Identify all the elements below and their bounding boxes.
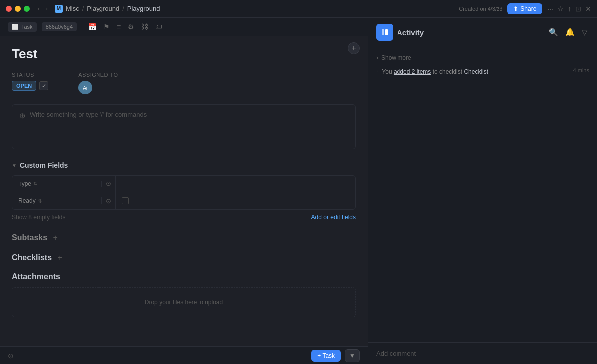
- traffic-lights: [6, 6, 30, 12]
- task-title[interactable]: Test: [12, 46, 356, 62]
- activity-header: Activity 🔍 🔔 ▽: [368, 18, 597, 47]
- breadcrumb-playground-1[interactable]: Playground: [87, 5, 119, 12]
- activity-title: Activity: [397, 28, 543, 37]
- custom-fields-toggle[interactable]: ▼: [12, 163, 17, 168]
- task-type-chevron: ▼: [349, 352, 355, 359]
- show-more-button[interactable]: › Show more: [376, 51, 589, 64]
- task-type-label: ⬜ Task: [8, 22, 37, 32]
- add-task-label: + Task: [317, 352, 335, 359]
- checklists-header: Checklists +: [12, 253, 356, 263]
- subtasks-title: Subtasks: [12, 233, 47, 242]
- upload-icon[interactable]: ↑: [568, 5, 571, 13]
- activity-link[interactable]: added 2 items: [394, 68, 431, 75]
- breadcrumb-playground-2[interactable]: Playground: [127, 5, 160, 12]
- cf-ready-icon-btn[interactable]: ⊙: [102, 192, 116, 209]
- comment-input[interactable]: Add comment: [376, 348, 589, 359]
- activity-filter-icon[interactable]: ▽: [580, 26, 589, 38]
- more-options-icon[interactable]: ···: [547, 5, 553, 13]
- status-open-button[interactable]: OPEN: [12, 81, 36, 91]
- cf-type-icon-btn[interactable]: ⊙: [102, 176, 116, 192]
- layout-icon[interactable]: ⊡: [575, 5, 581, 13]
- assigned-label: Assigned to: [78, 72, 118, 78]
- cf-ready-settings-icon: ⊙: [106, 197, 111, 205]
- bottom-right: + Task ▼: [311, 349, 360, 362]
- calendar-icon[interactable]: 📅: [87, 22, 98, 32]
- nav-arrows: ‹ ›: [36, 4, 50, 13]
- cf-ready-checkbox[interactable]: [122, 197, 129, 204]
- editor-placeholder: Write something or type '/' for commands: [30, 111, 147, 118]
- custom-fields-table: Type ⇅ ⊙ – Ready ⇅: [12, 175, 356, 210]
- subtasks-header: Subtasks +: [12, 233, 356, 243]
- tag-icon[interactable]: 🏷: [154, 22, 163, 32]
- svg-rect-0: [382, 29, 384, 35]
- main-layout: ⬜ Task 866a0v6g4 📅 ⚑ ≡ ⚙ ⛓ 🏷 + Test Stat…: [0, 18, 597, 364]
- add-edit-fields-button[interactable]: + Add or edit fields: [306, 214, 356, 221]
- activity-search-icon[interactable]: 🔍: [547, 26, 560, 38]
- titlebar-right: Created on 4/3/23 ⬆ Share ··· ☆ ↑ ⊡ ✕: [459, 3, 591, 14]
- cf-ready-sort-icon[interactable]: ⇅: [38, 198, 42, 204]
- status-check-button[interactable]: ✓: [39, 81, 48, 90]
- show-empty-fields[interactable]: Show 8 empty fields: [12, 214, 65, 221]
- nav-back-button[interactable]: ‹: [36, 4, 42, 13]
- share-button[interactable]: ⬆ Share: [507, 3, 542, 14]
- cf-type-label: Type: [18, 181, 31, 187]
- created-date: Created on 4/3/23: [459, 6, 502, 12]
- custom-field-row-ready: Ready ⇅ ⊙: [12, 192, 355, 209]
- titlebar-icons: ··· ☆ ↑ ⊡ ✕: [547, 5, 591, 13]
- minimize-window-button[interactable]: [15, 6, 21, 12]
- activity-bell-icon[interactable]: 🔔: [564, 26, 576, 38]
- left-panel: ⬜ Task 866a0v6g4 📅 ⚑ ≡ ⚙ ⛓ 🏷 + Test Stat…: [0, 18, 368, 364]
- maximize-window-button[interactable]: [24, 6, 30, 12]
- task-label-text: Task: [21, 24, 33, 30]
- editor-plus-icon: ⊕: [19, 111, 26, 120]
- checklists-title: Checklists: [12, 253, 52, 262]
- breadcrumb-sep-1: /: [82, 5, 84, 12]
- bottom-settings-icon[interactable]: ⊙: [8, 352, 14, 360]
- activity-content: › Show more · You added 2 items to check…: [368, 47, 597, 342]
- activity-item: · You added 2 items to checklist Checkli…: [376, 64, 589, 79]
- right-panel: Activity 🔍 🔔 ▽ › Show more · You added 2…: [368, 18, 597, 364]
- star-icon[interactable]: ☆: [557, 5, 564, 13]
- cf-sort-icon[interactable]: ⇅: [33, 181, 37, 186]
- cf-type-settings-icon: ⊙: [106, 180, 111, 187]
- close-icon[interactable]: ✕: [585, 5, 591, 13]
- titlebar: ‹ › M Misc / Playground / Playground Cre…: [0, 0, 597, 18]
- task-type-selector[interactable]: ▼: [345, 349, 360, 362]
- add-subtask-button[interactable]: +: [50, 233, 60, 243]
- show-more-label: Show more: [381, 54, 411, 61]
- settings-icon[interactable]: ⚙: [127, 22, 135, 32]
- status-badge: OPEN ✓: [12, 81, 48, 91]
- nav-forward-button[interactable]: ›: [44, 4, 50, 13]
- add-content-button[interactable]: +: [348, 42, 360, 54]
- editor-area[interactable]: ⊕ Write something or type '/' for comman…: [12, 104, 356, 149]
- share-label: Share: [520, 5, 536, 12]
- cf-type-value[interactable]: –: [116, 181, 355, 187]
- fields-footer: Show 8 empty fields + Add or edit fields: [12, 214, 356, 221]
- link-icon[interactable]: ⛓: [140, 22, 149, 32]
- workspace-icon: M: [55, 5, 63, 13]
- svg-rect-1: [385, 29, 388, 35]
- activity-checklist-name: Checklist: [464, 68, 488, 75]
- panel-toggle-button[interactable]: [376, 24, 393, 41]
- add-circle-icon[interactable]: +: [348, 42, 360, 54]
- activity-time: 4 mins: [573, 67, 589, 73]
- add-task-button[interactable]: + Task: [311, 350, 341, 362]
- cf-name-type: Type ⇅: [12, 181, 102, 187]
- toolbar-separator: [82, 23, 82, 31]
- avatar[interactable]: Ar: [78, 81, 92, 94]
- cf-ready-value[interactable]: [116, 197, 355, 204]
- bottom-bar: ⊙ + Task ▼: [0, 346, 368, 364]
- close-window-button[interactable]: [6, 6, 12, 12]
- status-label: Status: [12, 72, 48, 78]
- drop-zone[interactable]: Drop your files here to upload: [12, 287, 356, 317]
- list-icon[interactable]: ≡: [116, 22, 122, 32]
- panel-toggle-icon: [381, 28, 389, 36]
- breadcrumb-sep-2: /: [122, 5, 124, 12]
- custom-field-row-type: Type ⇅ ⊙ –: [12, 176, 355, 192]
- add-checklist-button[interactable]: +: [55, 253, 65, 263]
- comment-area: Add comment: [368, 342, 597, 364]
- cf-name-ready: Ready ⇅: [12, 197, 102, 204]
- breadcrumb: M Misc / Playground / Playground: [55, 5, 160, 13]
- breadcrumb-misc[interactable]: Misc: [66, 5, 79, 12]
- flag-icon[interactable]: ⚑: [102, 22, 111, 32]
